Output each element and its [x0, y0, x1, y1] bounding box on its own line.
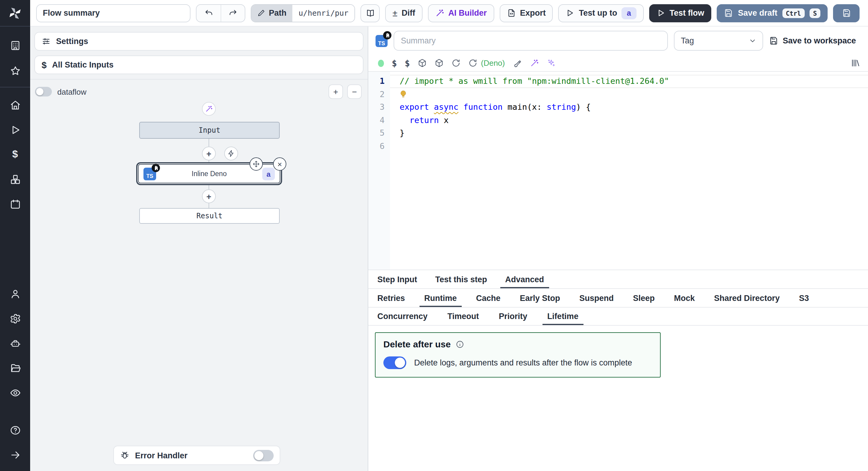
path-button[interactable]: Path u/henri/pur	[251, 4, 355, 22]
sidebar-item-audit-logs[interactable]	[5, 382, 25, 403]
save-flow-button[interactable]	[833, 4, 860, 22]
flow-settings-button[interactable]: Settings	[34, 32, 364, 51]
move-step-button[interactable]	[250, 157, 263, 171]
sidebar-divider	[0, 87, 30, 87]
test-flow-button[interactable]: Test flow	[649, 4, 712, 22]
line-number: 2	[368, 88, 384, 101]
zoom-out-button[interactable]: −	[347, 84, 362, 99]
sidebar-item-users[interactable]	[5, 284, 25, 304]
tab-advanced[interactable]: Advanced	[505, 270, 544, 288]
summary-input[interactable]	[394, 31, 668, 51]
tab-sleep[interactable]: Sleep	[633, 289, 655, 307]
format-code-button[interactable]	[513, 59, 522, 67]
tab-suspend[interactable]: Suspend	[579, 289, 614, 307]
add-step-button[interactable]: +	[202, 147, 216, 160]
code-line-5: }	[390, 127, 868, 140]
sidebar-item-variables[interactable]: $	[5, 144, 25, 165]
delete-after-use-toggle[interactable]	[383, 356, 406, 369]
line-number: 3	[368, 101, 384, 114]
tab-lifetime[interactable]: Lifetime	[547, 307, 579, 325]
line-number: 6	[368, 140, 384, 153]
undo-button[interactable]	[196, 4, 221, 22]
ai-builder-button[interactable]: AI Builder	[428, 4, 494, 22]
sidebar-item-schedules[interactable]	[5, 194, 25, 214]
sidebar-item-resources[interactable]	[5, 169, 25, 189]
sidebar-item-runs[interactable]	[5, 119, 25, 140]
export-file-icon	[507, 8, 516, 18]
tab-test-this-step[interactable]: Test this step	[435, 270, 487, 288]
all-static-inputs-button[interactable]: $ All Static Inputs	[34, 56, 364, 74]
tab-early-stop[interactable]: Early Stop	[520, 289, 560, 307]
path-label: Path	[269, 8, 287, 18]
tab-priority[interactable]: Priority	[499, 307, 527, 325]
package-lock-button[interactable]	[435, 59, 444, 67]
error-handler-card[interactable]: Error Handler	[113, 446, 280, 465]
tag-select[interactable]: Tag	[674, 31, 764, 51]
reload-button[interactable]	[452, 59, 461, 67]
graph-node-input[interactable]: Input	[139, 122, 280, 139]
tab-step-input[interactable]: Step Input	[377, 270, 417, 288]
diff-button[interactable]: ± Diff	[385, 4, 422, 22]
add-step-button[interactable]: +	[202, 189, 216, 203]
sidebar: $	[0, 0, 30, 471]
delete-after-use-description: Delete logs, arguments and results after…	[414, 358, 632, 367]
export-button[interactable]: Export	[499, 4, 553, 22]
sidebar-item-home[interactable]	[5, 95, 25, 115]
advanced-tabs: Retries Runtime Cache Early Stop Suspend…	[368, 289, 868, 307]
zoom-in-button[interactable]: +	[329, 84, 343, 99]
sidebar-item-help[interactable]	[5, 420, 25, 440]
undo-redo-group	[196, 4, 245, 22]
tab-retries[interactable]: Retries	[377, 289, 405, 307]
tab-concurrency[interactable]: Concurrency	[377, 307, 428, 325]
save-to-workspace-button[interactable]: Save to workspace	[770, 36, 856, 45]
graph-node-inline-deno[interactable]: TS Inline Deno a ×	[138, 164, 280, 183]
redo-button[interactable]	[221, 4, 245, 22]
add-variable-button[interactable]: $	[392, 58, 397, 68]
pencil-icon	[257, 9, 265, 17]
add-resource-button[interactable]: $	[405, 58, 410, 68]
test-up-to-button[interactable]: Test up to a	[558, 4, 644, 22]
code-line-4: return x	[390, 114, 868, 127]
code-editor[interactable]: 1 2 3 4 5 6 // import * as wmill from "n…	[368, 71, 868, 270]
sidebar-collapse-arrow-icon[interactable]	[5, 444, 25, 465]
lsp-status-dot	[378, 59, 384, 67]
script-library-icon[interactable]	[850, 59, 860, 67]
save-draft-button[interactable]: Save draft Ctrl S	[717, 4, 828, 22]
deno-icon	[383, 30, 392, 39]
path-value: u/henri/pur	[293, 4, 355, 22]
dataflow-toggle[interactable]	[35, 87, 52, 96]
delete-step-button[interactable]: ×	[273, 157, 286, 171]
sidebar-item-folders[interactable]	[5, 358, 25, 378]
flow-panel: Settings $ All Static Inputs dataflow + …	[30, 27, 368, 471]
reload-deno-button[interactable]	[468, 59, 477, 67]
windmill-logo[interactable]	[0, 0, 30, 27]
delete-after-use-title: Delete after use	[383, 339, 451, 349]
code-line-1: // import * as wmill from "npm:windmill-…	[390, 75, 868, 88]
tab-timeout[interactable]: Timeout	[447, 307, 479, 325]
step-label: Inline Deno	[192, 170, 227, 177]
package-button[interactable]	[418, 59, 427, 67]
sidebar-item-settings[interactable]	[5, 308, 25, 329]
graph-node-result[interactable]: Result	[139, 208, 280, 224]
ai-generate-button[interactable]	[530, 59, 538, 67]
sidebar-item-workers[interactable]	[5, 333, 25, 353]
graph-ai-wand-button[interactable]	[202, 102, 216, 116]
info-icon[interactable]	[456, 340, 464, 348]
tab-shared-directory[interactable]: Shared Directory	[714, 289, 780, 307]
docs-button[interactable]	[361, 4, 380, 22]
sidebar-item-workspace[interactable]	[5, 35, 25, 56]
step-id-badge: a	[262, 168, 275, 180]
tab-s3[interactable]: S3	[799, 289, 809, 307]
tab-cache[interactable]: Cache	[476, 289, 501, 307]
error-handler-toggle[interactable]	[253, 450, 274, 461]
runtime-tabs: Concurrency Timeout Priority Lifetime	[368, 307, 868, 326]
editor-code-area[interactable]: // import * as wmill from "npm:windmill-…	[390, 72, 868, 270]
trigger-zap-button[interactable]	[224, 147, 238, 160]
ai-fix-button[interactable]	[547, 59, 555, 67]
sparkles-icon	[547, 59, 555, 67]
flow-summary-input[interactable]	[36, 4, 190, 22]
tab-runtime[interactable]: Runtime	[424, 289, 457, 307]
sidebar-item-favorites[interactable]	[5, 60, 25, 81]
tab-mock[interactable]: Mock	[674, 289, 695, 307]
lightbulb-icon[interactable]	[400, 89, 407, 97]
